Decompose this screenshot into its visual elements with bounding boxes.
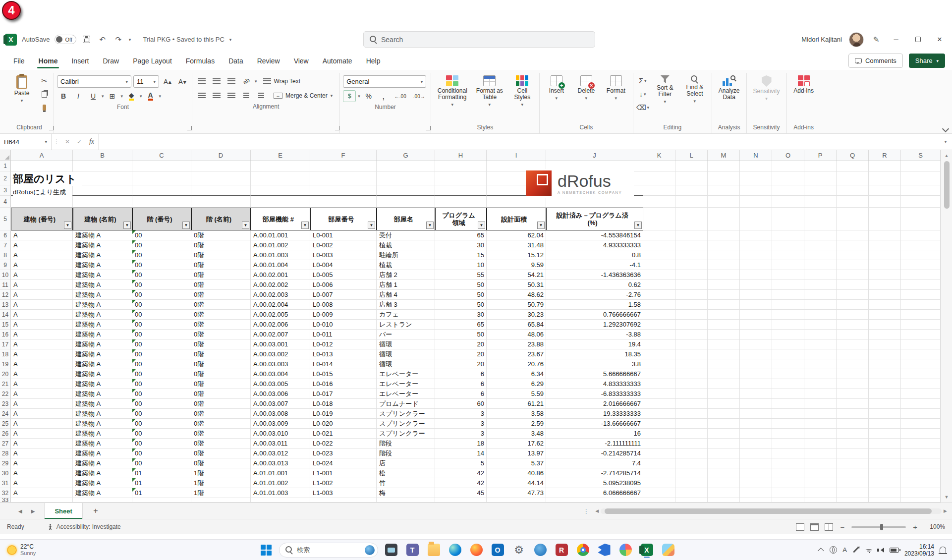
- cell[interactable]: [837, 419, 869, 429]
- cell[interactable]: A: [11, 359, 73, 369]
- cell[interactable]: [675, 330, 708, 339]
- cell[interactable]: L0-003: [310, 250, 377, 260]
- cell[interactable]: 階段: [377, 448, 435, 458]
- outlook-app-icon[interactable]: O: [489, 542, 506, 559]
- column-header-M[interactable]: M: [708, 150, 740, 161]
- cell[interactable]: 00: [132, 250, 191, 260]
- addins-button[interactable]: Add-ins: [790, 73, 818, 97]
- device-app-icon[interactable]: [383, 542, 399, 559]
- cell[interactable]: 建物 (番号)▼: [11, 208, 73, 230]
- cell[interactable]: [643, 399, 675, 409]
- cell[interactable]: [837, 359, 869, 369]
- cell[interactable]: 階 (名前)▼: [191, 208, 251, 230]
- cell[interactable]: 0階: [191, 389, 251, 399]
- cell[interactable]: [643, 280, 675, 290]
- cell[interactable]: [708, 320, 740, 330]
- cell[interactable]: [740, 270, 772, 280]
- cell[interactable]: [869, 379, 901, 389]
- cell[interactable]: 01: [132, 478, 191, 488]
- filter-button[interactable]: ▼: [634, 222, 642, 229]
- cell[interactable]: L0-020: [310, 419, 377, 429]
- cell[interactable]: [804, 185, 837, 196]
- cell[interactable]: 20: [435, 349, 487, 359]
- row-header-21[interactable]: 21: [0, 379, 11, 389]
- user-avatar[interactable]: [849, 32, 864, 47]
- cell[interactable]: [708, 250, 740, 260]
- cell[interactable]: [837, 208, 869, 230]
- column-header-K[interactable]: K: [643, 150, 675, 161]
- cell[interactable]: 3.8: [546, 359, 643, 369]
- paste-button[interactable]: Paste ▾: [8, 73, 36, 106]
- cell[interactable]: [869, 498, 901, 503]
- cell[interactable]: A.00.01.002: [251, 240, 310, 250]
- formula-bar-grip[interactable]: ⋮: [52, 138, 61, 145]
- cell[interactable]: 建築物 A: [73, 429, 132, 439]
- cell[interactable]: 1階: [191, 468, 251, 478]
- align-center-button[interactable]: [210, 90, 223, 102]
- align-right-button[interactable]: [225, 90, 238, 102]
- ime-mode-indicator[interactable]: A: [842, 546, 847, 554]
- cell[interactable]: [837, 196, 869, 208]
- cell[interactable]: 55: [435, 270, 487, 280]
- cell[interactable]: [804, 250, 837, 260]
- cell[interactable]: L0-013: [310, 349, 377, 359]
- cell[interactable]: [675, 498, 708, 503]
- cell[interactable]: 店舗 2: [377, 270, 435, 280]
- cell[interactable]: 1.292307692: [546, 320, 643, 330]
- cell[interactable]: [675, 349, 708, 359]
- cell[interactable]: [435, 171, 487, 185]
- cell[interactable]: 7.4: [546, 458, 643, 468]
- cell[interactable]: スプリンクラー: [377, 429, 435, 439]
- filter-button[interactable]: ▼: [182, 222, 190, 229]
- cell[interactable]: 建築物 A: [73, 389, 132, 399]
- cell[interactable]: 6.34: [487, 369, 546, 379]
- tab-draw[interactable]: Draw: [96, 54, 125, 68]
- orientation-caret-icon[interactable]: ▾: [255, 79, 257, 84]
- cell[interactable]: L0-018: [310, 399, 377, 409]
- cell[interactable]: 設計面積▼: [487, 208, 546, 230]
- percent-style-button[interactable]: %: [362, 90, 375, 102]
- cell[interactable]: [740, 488, 772, 498]
- cell[interactable]: [772, 240, 804, 250]
- cell[interactable]: 建築物 A: [73, 320, 132, 330]
- cell[interactable]: [740, 161, 772, 171]
- row-header-2[interactable]: 2: [0, 171, 11, 185]
- cell[interactable]: 50: [435, 330, 487, 339]
- cell[interactable]: L0-017: [310, 389, 377, 399]
- cell[interactable]: [643, 359, 675, 369]
- cell[interactable]: [708, 300, 740, 310]
- column-header-G[interactable]: G: [377, 150, 435, 161]
- add-sheet-button[interactable]: +: [90, 505, 102, 517]
- cell[interactable]: 0階: [191, 409, 251, 419]
- cell[interactable]: L0-008: [310, 300, 377, 310]
- bold-button[interactable]: B: [57, 90, 70, 102]
- cell[interactable]: [132, 185, 191, 196]
- cell[interactable]: エレベーター: [377, 379, 435, 389]
- cell[interactable]: 建築物 A: [73, 448, 132, 458]
- cell[interactable]: [191, 161, 251, 171]
- filter-button[interactable]: ▼: [537, 222, 545, 229]
- cell[interactable]: 00: [132, 379, 191, 389]
- cell[interactable]: [772, 379, 804, 389]
- cell[interactable]: 00: [132, 230, 191, 240]
- cell[interactable]: [772, 369, 804, 379]
- row-header-14[interactable]: 14: [0, 310, 11, 320]
- formula-bar-expand-icon[interactable]: ▾: [939, 139, 952, 144]
- cut-button[interactable]: ✂: [38, 75, 51, 87]
- cell[interactable]: -2.76: [546, 290, 643, 300]
- cell[interactable]: [708, 161, 740, 171]
- increase-decimal-button[interactable]: ←.00: [392, 90, 409, 102]
- cell[interactable]: [435, 196, 487, 208]
- cell[interactable]: -4.553846154: [546, 230, 643, 240]
- cell[interactable]: [643, 171, 675, 185]
- cell[interactable]: [191, 185, 251, 196]
- cell[interactable]: [643, 320, 675, 330]
- row-header-17[interactable]: 17: [0, 339, 11, 349]
- cell[interactable]: 部屋番号▼: [310, 208, 377, 230]
- cell[interactable]: 受付: [377, 230, 435, 240]
- cell[interactable]: -2.714285714: [546, 468, 643, 478]
- row-header-7[interactable]: 7: [0, 240, 11, 250]
- cell[interactable]: L1-001: [310, 468, 377, 478]
- cell[interactable]: 3.58: [487, 409, 546, 419]
- cell[interactable]: [643, 429, 675, 439]
